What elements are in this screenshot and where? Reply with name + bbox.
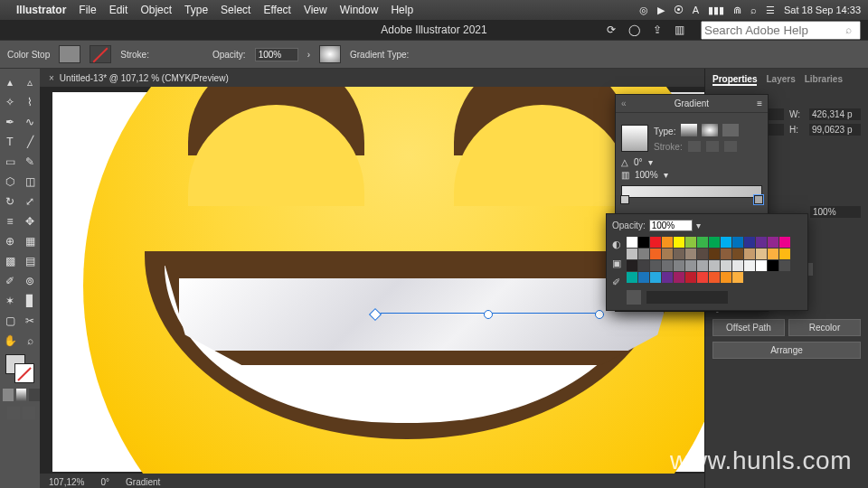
- canvas[interactable]: [40, 87, 704, 474]
- swatch-color[interactable]: [732, 237, 743, 248]
- free-transform-tool[interactable]: ✥: [20, 211, 40, 231]
- swatch-color[interactable]: [662, 260, 673, 271]
- gradient-freeform-icon[interactable]: [722, 124, 739, 136]
- eyedropper-tool[interactable]: ✐: [0, 271, 20, 291]
- menubar-app[interactable]: Illustrator: [16, 4, 66, 16]
- swatch-color[interactable]: [744, 249, 755, 259]
- swatch-color[interactable]: [650, 237, 661, 248]
- sync-icon[interactable]: ⟳: [607, 23, 616, 36]
- menu-select[interactable]: Select: [221, 4, 250, 16]
- user-icon[interactable]: ◯: [628, 23, 640, 36]
- swatch-color[interactable]: [685, 249, 696, 259]
- offset-path-button[interactable]: Offset Path: [712, 319, 785, 336]
- symbol-sprayer-tool[interactable]: ✶: [0, 291, 20, 311]
- swatch-color[interactable]: [650, 260, 661, 271]
- swatch-color[interactable]: [638, 237, 649, 248]
- search-icon[interactable]: ⌕: [750, 5, 757, 15]
- menu-object[interactable]: Object: [140, 4, 172, 16]
- swatch-color[interactable]: [697, 272, 708, 283]
- magic-wand-tool[interactable]: ✧: [0, 92, 20, 112]
- swatch-color[interactable]: [627, 272, 637, 283]
- swatch-color[interactable]: [721, 249, 731, 259]
- swatch-color[interactable]: [674, 272, 684, 283]
- wifi-icon[interactable]: ⋒: [733, 5, 741, 16]
- swatch-color[interactable]: [744, 237, 755, 248]
- share-icon[interactable]: ⇪: [653, 23, 662, 36]
- eraser-tool[interactable]: ◫: [20, 172, 40, 192]
- scale-tool[interactable]: ⤢: [20, 192, 40, 211]
- rectangle-tool[interactable]: ▭: [0, 152, 20, 172]
- swatch-color[interactable]: [674, 237, 684, 248]
- fill-swatch[interactable]: [59, 45, 80, 63]
- gradient-stop-1[interactable]: [620, 195, 629, 204]
- menu-type[interactable]: Type: [184, 4, 208, 16]
- shaper-tool[interactable]: ⬡: [0, 172, 20, 192]
- swatch-color[interactable]: [732, 260, 743, 271]
- tab-libraries[interactable]: Libraries: [805, 74, 843, 86]
- search-input[interactable]: [701, 21, 861, 40]
- draw-mode[interactable]: [23, 407, 35, 419]
- swatch-color[interactable]: [627, 249, 637, 259]
- color-mode[interactable]: [3, 389, 14, 401]
- gradient-tool[interactable]: ▤: [20, 251, 40, 271]
- swatch-color[interactable]: [685, 272, 696, 283]
- line-tool[interactable]: ╱: [20, 132, 40, 152]
- slice-tool[interactable]: ✂: [20, 311, 40, 331]
- prop-opacity[interactable]: 100%: [810, 206, 861, 218]
- menu-help[interactable]: Help: [391, 4, 413, 16]
- gradient-swatch[interactable]: [319, 45, 341, 63]
- prop-h[interactable]: 99,0623 p: [809, 124, 861, 136]
- swatch-color[interactable]: [709, 237, 720, 248]
- menu-file[interactable]: File: [79, 4, 96, 16]
- eyedropper-icon[interactable]: ✐: [612, 277, 621, 288]
- fill-stroke-pair[interactable]: [0, 354, 40, 381]
- graph-tool[interactable]: ▊: [20, 291, 40, 311]
- control-center-icon[interactable]: ☰: [766, 5, 775, 16]
- swatch-color[interactable]: [638, 260, 649, 271]
- menubar-clock[interactable]: Sat 18 Sep 14:33: [784, 5, 861, 15]
- status-zoom[interactable]: 107,12%: [49, 477, 84, 487]
- input-icon[interactable]: A: [693, 5, 699, 15]
- menu-window[interactable]: Window: [340, 4, 379, 16]
- swatch-color[interactable]: [779, 260, 790, 271]
- prop-w[interactable]: 426,314 p: [809, 108, 861, 120]
- opacity-input[interactable]: [255, 48, 298, 61]
- menu-edit[interactable]: Edit: [109, 4, 128, 16]
- gradient-stop-2[interactable]: [754, 195, 763, 204]
- stroke-swatch[interactable]: [90, 45, 111, 63]
- none-mode[interactable]: [29, 389, 40, 401]
- artboard-tool[interactable]: ▢: [0, 311, 20, 331]
- gradient-mode[interactable]: [16, 389, 27, 401]
- gradient-radial-icon[interactable]: [702, 124, 718, 136]
- swatch-color[interactable]: [674, 249, 684, 259]
- swatch-color[interactable]: [627, 260, 637, 271]
- zoom-tool[interactable]: ⌕: [20, 331, 40, 351]
- chevron-down-icon[interactable]: ▾: [664, 170, 668, 180]
- swatch-color[interactable]: [768, 260, 778, 271]
- swatch-color[interactable]: [744, 260, 755, 271]
- play-icon[interactable]: ▶: [657, 5, 665, 16]
- swatch-color[interactable]: [768, 249, 778, 259]
- arrange-button[interactable]: Arrange: [712, 342, 861, 359]
- gradient-annotator[interactable]: [374, 313, 600, 314]
- menu-effect[interactable]: Effect: [263, 4, 290, 16]
- perspective-tool[interactable]: ▦: [20, 231, 40, 251]
- blend-tool[interactable]: ⊚: [20, 271, 40, 291]
- swatch-color[interactable]: [779, 249, 790, 259]
- swatches-popover[interactable]: Opacity: ▾ ◐ ▣ ✐: [606, 213, 808, 311]
- swatch-color[interactable]: [697, 249, 708, 259]
- swatch-color[interactable]: [756, 260, 767, 271]
- swatch-color[interactable]: [627, 237, 637, 248]
- swatch-color[interactable]: [674, 260, 684, 271]
- chevron-down-icon[interactable]: ▾: [696, 221, 701, 230]
- swatch-library-dropdown[interactable]: [646, 291, 728, 304]
- swatch-color[interactable]: [662, 272, 673, 283]
- swatch-opacity-input[interactable]: [649, 220, 693, 231]
- lasso-tool[interactable]: ⌇: [20, 92, 40, 112]
- status-icon[interactable]: ◎: [639, 5, 648, 16]
- swatch-color[interactable]: [779, 237, 790, 248]
- pen-tool[interactable]: ✒: [0, 112, 20, 132]
- tab-properties[interactable]: Properties: [712, 74, 757, 86]
- document-tab[interactable]: × Untitled-13* @ 107,12 % (CMYK/Preview): [40, 69, 704, 87]
- recolor-button[interactable]: Recolor: [788, 319, 861, 336]
